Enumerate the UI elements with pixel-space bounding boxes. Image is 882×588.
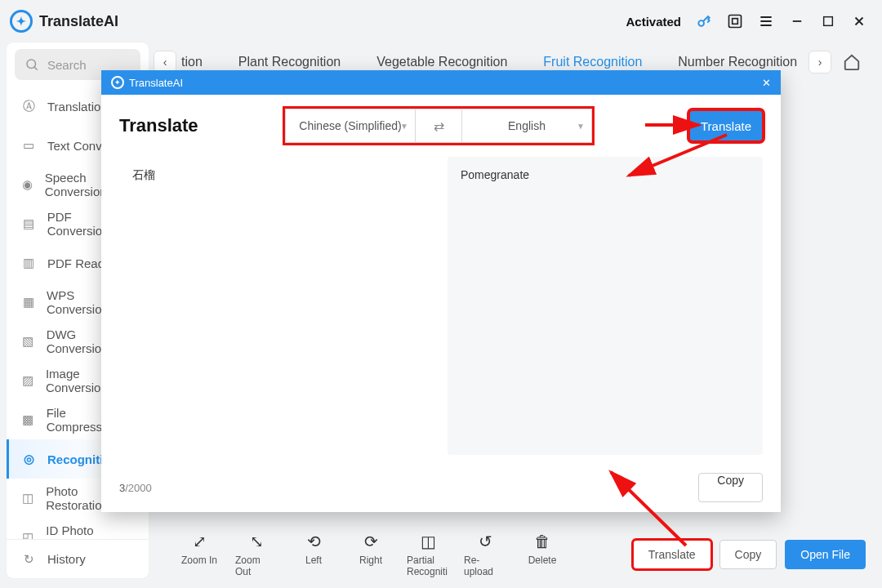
- tool-reupload[interactable]: ↺Re-upload: [464, 532, 506, 577]
- maximize-button[interactable]: [815, 8, 841, 34]
- modal-titlebar: ✦ TranslateAI ✕: [101, 70, 781, 95]
- copy-button-modal[interactable]: Copy: [698, 473, 763, 502]
- translate-button-bottom[interactable]: Translate: [633, 540, 711, 569]
- close-button[interactable]: [846, 8, 872, 34]
- sidebar-item-label: Translation: [47, 100, 108, 114]
- dwg-icon: ▧: [20, 334, 37, 349]
- home-button[interactable]: [838, 48, 866, 76]
- modal-app-name: TranslateAI: [129, 77, 183, 89]
- chevron-down-icon: ▼: [400, 122, 408, 131]
- tab-label: Number Recognition: [678, 55, 797, 69]
- speech-icon: ◉: [20, 177, 35, 192]
- text-icon: ▭: [20, 138, 38, 153]
- tool-zoom-out[interactable]: ⤡Zoom Out: [235, 532, 278, 577]
- pdf-icon: ▤: [20, 216, 38, 231]
- button-label: Translate: [648, 548, 696, 561]
- sidebar-item-idphoto[interactable]: ◰ID Photo Creation: [7, 518, 149, 539]
- titlebar: ✦ TranslateAI Activated: [0, 0, 882, 42]
- tabs-next-button[interactable]: ›: [808, 51, 831, 74]
- modal-close-button[interactable]: ✕: [762, 77, 771, 89]
- button-label: Copy: [717, 474, 744, 487]
- brand: ✦ TranslateAI: [10, 10, 118, 33]
- search-placeholder: Search: [47, 58, 87, 72]
- tool-label: Zoom In: [181, 555, 217, 566]
- reader-icon: ▥: [20, 256, 38, 270]
- target-language-select[interactable]: English ▼: [461, 109, 592, 143]
- sidebar-item-label: ID Photo Creation: [46, 523, 136, 539]
- tool-label: Left: [305, 555, 322, 566]
- sidebar-item-history[interactable]: ↻History: [7, 539, 149, 578]
- history-icon: ↻: [20, 552, 38, 567]
- search-icon: [24, 57, 39, 72]
- tab-label: Vegetable Recognition: [376, 55, 507, 69]
- button-label: Open File: [800, 548, 850, 561]
- minimize-button[interactable]: [784, 8, 810, 34]
- svg-rect-2: [733, 19, 738, 24]
- button-label: Translate: [701, 119, 751, 133]
- tool-delete[interactable]: 🗑Delete: [521, 532, 564, 577]
- menu-icon[interactable]: [753, 8, 779, 34]
- svg-rect-1: [729, 16, 742, 28]
- source-text: 石榴: [132, 168, 155, 181]
- rotate-right-icon: ⟳: [364, 532, 378, 551]
- modal-body: 石榴 Pomegranate: [101, 157, 781, 463]
- chevron-down-icon: ▼: [577, 122, 585, 131]
- char-count: 3/2000: [119, 482, 152, 494]
- tool-label: Re-upload: [464, 555, 506, 577]
- output-text-pane: Pomegranate: [448, 157, 763, 455]
- zoom-in-icon: ⤢: [193, 532, 207, 551]
- open-file-button[interactable]: Open File: [785, 540, 866, 569]
- source-language-label: Chinese (Simplified): [299, 119, 401, 132]
- tool-right[interactable]: ⟳Right: [350, 532, 392, 577]
- delete-icon: 🗑: [534, 532, 550, 551]
- compress-icon: ▩: [20, 412, 37, 427]
- modal-header: Translate Chinese (Simplified) ▼ ⇄ Engli…: [101, 95, 781, 157]
- source-language-select[interactable]: Chinese (Simplified) ▼: [285, 109, 416, 143]
- tool-label: Delete: [528, 555, 557, 566]
- svg-rect-3: [824, 17, 833, 26]
- tool-label: Partial Recogniti: [407, 555, 449, 577]
- svg-point-0: [698, 20, 704, 26]
- id-icon: ◰: [20, 530, 36, 539]
- activation-status: Activated: [626, 15, 681, 29]
- translate-button-modal[interactable]: Translate: [689, 110, 763, 141]
- tool-group: ⤢Zoom In ⤡Zoom Out ⟲Left ⟳Right ◫Partial…: [178, 532, 564, 577]
- modal-brand: ✦ TranslateAI: [111, 76, 183, 89]
- target-language-label: English: [508, 119, 546, 132]
- recognition-icon: ◎: [20, 452, 38, 466]
- translate-icon: Ⓐ: [20, 99, 38, 114]
- char-max: 2000: [128, 482, 152, 494]
- swap-languages-button[interactable]: ⇄: [416, 109, 461, 143]
- sidebar-item-label: History: [47, 552, 86, 566]
- image-icon: ▨: [20, 373, 36, 388]
- brand-name: TranslateAI: [39, 13, 118, 30]
- tab-label: Fruit Recognition: [543, 55, 642, 69]
- output-text: Pomegranate: [461, 168, 529, 181]
- modal-logo-icon: ✦: [111, 76, 124, 89]
- crop-icon: ◫: [421, 532, 436, 551]
- tool-label: Right: [359, 555, 382, 566]
- language-picker: Chinese (Simplified) ▼ ⇄ English ▼: [283, 106, 595, 145]
- wps-icon: ▦: [20, 295, 37, 310]
- photo-icon: ◫: [20, 491, 36, 506]
- rotate-left-icon: ⟲: [307, 532, 321, 551]
- source-text-pane[interactable]: 石榴: [119, 157, 434, 455]
- tab-label: Plant Recognition: [238, 55, 341, 69]
- brand-logo-icon: ✦: [10, 10, 33, 33]
- tab-label: tion: [181, 55, 203, 69]
- translate-modal: ✦ TranslateAI ✕ Translate Chinese (Simpl…: [101, 70, 781, 512]
- copy-button-bottom[interactable]: Copy: [719, 540, 777, 569]
- tool-zoom-in[interactable]: ⤢Zoom In: [178, 532, 220, 577]
- tool-left[interactable]: ⟲Left: [292, 532, 335, 577]
- reupload-icon: ↺: [479, 532, 492, 551]
- tool-partial[interactable]: ◫Partial Recogniti: [407, 532, 449, 577]
- modal-footer: 3/2000 Copy: [101, 463, 781, 512]
- zoom-out-icon: ⤡: [250, 532, 264, 551]
- tool-label: Zoom Out: [235, 555, 278, 577]
- bottom-toolbar: ⤢Zoom In ⤡Zoom Out ⟲Left ⟳Right ◫Partial…: [154, 528, 866, 581]
- screenshot-icon[interactable]: [722, 8, 748, 34]
- svg-point-4: [27, 60, 36, 69]
- modal-heading: Translate: [119, 115, 266, 136]
- button-label: Copy: [735, 548, 762, 561]
- key-icon[interactable]: [691, 8, 717, 34]
